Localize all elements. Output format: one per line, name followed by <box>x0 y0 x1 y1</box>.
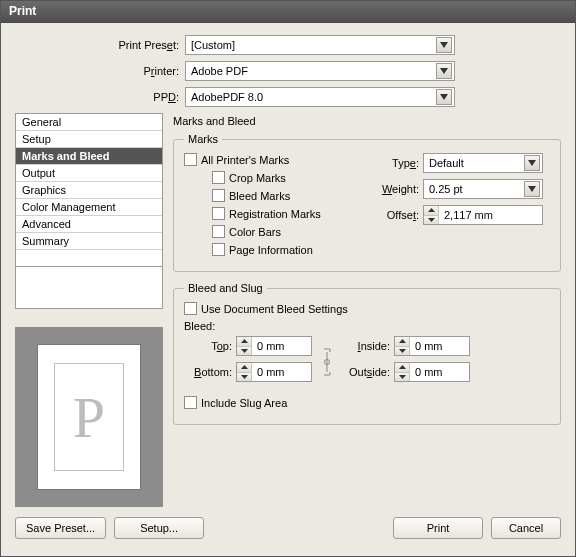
preview-letter: P <box>73 384 105 451</box>
bleed-marks-label: Bleed Marks <box>229 190 290 202</box>
section-title: Marks and Bleed <box>173 115 561 127</box>
type-value: Default <box>429 157 464 169</box>
down-arrow-icon[interactable] <box>395 347 409 356</box>
spinner-buttons[interactable] <box>237 337 252 355</box>
preset-value: [Custom] <box>191 39 235 51</box>
down-arrow-icon[interactable] <box>395 373 409 382</box>
ppd-value: AdobePDF 8.0 <box>191 91 263 103</box>
up-arrow-icon[interactable] <box>395 363 409 373</box>
printer-label: Printer: <box>15 65 185 77</box>
printer-value: Adobe PDF <box>191 65 248 77</box>
nav-color-management[interactable]: Color Management <box>16 199 162 216</box>
svg-marker-13 <box>399 349 406 353</box>
print-button[interactable]: Print <box>393 517 483 539</box>
bleed-bottom-value: 0 mm <box>252 366 285 378</box>
page-info-label: Page Information <box>229 244 313 256</box>
offset-spinner[interactable]: 2,117 mm <box>423 205 543 225</box>
offset-value: 2,117 mm <box>439 209 493 221</box>
type-dropdown[interactable]: Default <box>423 153 543 173</box>
svg-marker-2 <box>440 94 448 100</box>
link-icon[interactable] <box>318 344 336 380</box>
bleed-slug-legend: Bleed and Slug <box>184 282 267 294</box>
bleed-top-label: Top: <box>184 340 236 352</box>
chevron-down-icon <box>436 63 452 79</box>
category-list[interactable]: General Setup Marks and Bleed Output Gra… <box>15 113 163 267</box>
color-bars-checkbox[interactable] <box>212 225 225 238</box>
bleed-outside-value: 0 mm <box>410 366 443 378</box>
nav-advanced[interactable]: Advanced <box>16 216 162 233</box>
chevron-down-icon <box>436 89 452 105</box>
preview-margin: P <box>54 363 124 471</box>
spinner-buttons[interactable] <box>395 337 410 355</box>
bleed-top-spinner[interactable]: 0 mm <box>236 336 312 356</box>
page-preview: P <box>15 327 163 507</box>
ppd-label: PPD: <box>15 91 185 103</box>
bleed-heading: Bleed: <box>184 320 550 332</box>
bleed-bottom-spinner[interactable]: 0 mm <box>236 362 312 382</box>
cancel-button[interactable]: Cancel <box>491 517 561 539</box>
bleed-slug-group: Bleed and Slug Use Document Bleed Settin… <box>173 282 561 425</box>
nav-graphics[interactable]: Graphics <box>16 182 162 199</box>
bleed-top-value: 0 mm <box>252 340 285 352</box>
crop-marks-label: Crop Marks <box>229 172 286 184</box>
nav-setup[interactable]: Setup <box>16 131 162 148</box>
bleed-outside-spinner[interactable]: 0 mm <box>394 362 470 382</box>
page-info-checkbox[interactable] <box>212 243 225 256</box>
bleed-marks-checkbox[interactable] <box>212 189 225 202</box>
crop-marks-checkbox[interactable] <box>212 171 225 184</box>
setup-button[interactable]: Setup... <box>114 517 204 539</box>
bleed-inside-value: 0 mm <box>410 340 443 352</box>
down-arrow-icon[interactable] <box>237 347 251 356</box>
svg-marker-12 <box>399 339 406 343</box>
bleed-inside-spinner[interactable]: 0 mm <box>394 336 470 356</box>
svg-marker-7 <box>241 339 248 343</box>
marks-legend: Marks <box>184 133 222 145</box>
svg-marker-9 <box>241 365 248 369</box>
weight-value: 0.25 pt <box>429 183 463 195</box>
up-arrow-icon[interactable] <box>424 206 438 216</box>
save-preset-button[interactable]: Save Preset... <box>15 517 106 539</box>
color-bars-label: Color Bars <box>229 226 281 238</box>
nav-general[interactable]: General <box>16 114 162 131</box>
marks-group: Marks All Printer's Marks Crop Marks Ble… <box>173 133 561 272</box>
bleed-inside-label: Inside: <box>342 340 394 352</box>
nav-output[interactable]: Output <box>16 165 162 182</box>
use-doc-bleed-checkbox[interactable] <box>184 302 197 315</box>
preview-page: P <box>37 344 141 490</box>
nav-marks-and-bleed[interactable]: Marks and Bleed <box>16 148 162 165</box>
weight-label: Weight: <box>375 183 423 195</box>
bleed-outside-label: Outside: <box>342 366 394 378</box>
all-marks-checkbox[interactable] <box>184 153 197 166</box>
svg-marker-6 <box>428 218 435 222</box>
spinner-buttons[interactable] <box>424 206 439 224</box>
registration-marks-label: Registration Marks <box>229 208 321 220</box>
titlebar[interactable]: Print <box>1 1 575 23</box>
use-doc-bleed-label: Use Document Bleed Settings <box>201 303 348 315</box>
ppd-dropdown[interactable]: AdobePDF 8.0 <box>185 87 455 107</box>
printer-dropdown[interactable]: Adobe PDF <box>185 61 455 81</box>
include-slug-label: Include Slug Area <box>201 397 287 409</box>
print-dialog: Print Print Preset: [Custom] Printer: Ad… <box>0 0 576 557</box>
bleed-bottom-label: Bottom: <box>184 366 236 378</box>
nav-extra-box <box>15 267 163 309</box>
svg-marker-5 <box>428 208 435 212</box>
up-arrow-icon[interactable] <box>237 363 251 373</box>
svg-marker-4 <box>528 186 536 192</box>
offset-label: Offset: <box>375 209 423 221</box>
svg-marker-1 <box>440 68 448 74</box>
up-arrow-icon[interactable] <box>395 337 409 347</box>
spinner-buttons[interactable] <box>395 363 410 381</box>
preset-dropdown[interactable]: [Custom] <box>185 35 455 55</box>
include-slug-checkbox[interactable] <box>184 396 197 409</box>
registration-marks-checkbox[interactable] <box>212 207 225 220</box>
svg-marker-15 <box>399 375 406 379</box>
svg-marker-3 <box>528 160 536 166</box>
up-arrow-icon[interactable] <box>237 337 251 347</box>
down-arrow-icon[interactable] <box>424 216 438 225</box>
svg-marker-0 <box>440 42 448 48</box>
spinner-buttons[interactable] <box>237 363 252 381</box>
weight-dropdown[interactable]: 0.25 pt <box>423 179 543 199</box>
nav-summary[interactable]: Summary <box>16 233 162 250</box>
down-arrow-icon[interactable] <box>237 373 251 382</box>
type-label: Type: <box>375 157 423 169</box>
